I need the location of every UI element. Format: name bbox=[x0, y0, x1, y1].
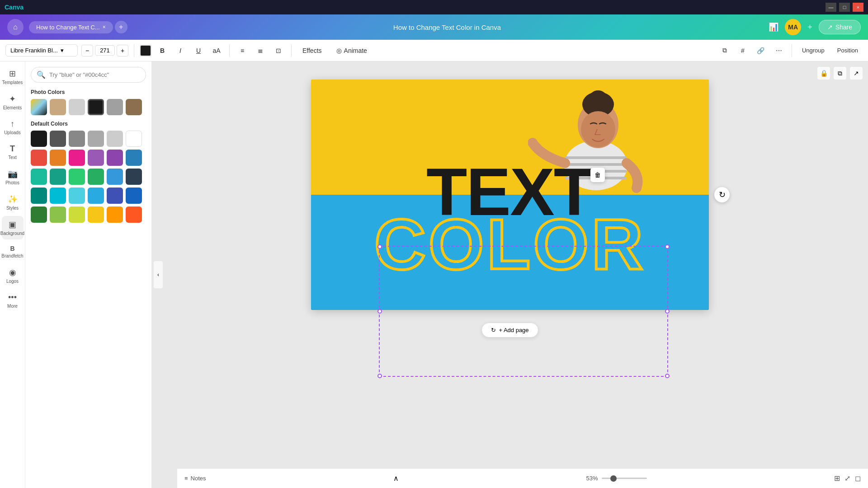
photo-color-3[interactable] bbox=[88, 99, 104, 115]
align-button[interactable]: ≡ bbox=[235, 43, 250, 58]
text-color-swatch[interactable] bbox=[140, 45, 151, 56]
default-color-navy[interactable] bbox=[126, 169, 142, 185]
nav-styles[interactable]: ✨ Styles bbox=[2, 191, 24, 214]
canvas-edge-icons: 🔒 ⧉ ↗ bbox=[817, 67, 863, 80]
nav-text[interactable]: T Text bbox=[2, 141, 24, 164]
fullscreen-icon[interactable]: ⤢ bbox=[844, 474, 850, 483]
collapse-button[interactable]: ∧ bbox=[393, 474, 399, 483]
delete-button[interactable]: 🗑 bbox=[590, 168, 605, 182]
default-color-yellow-green[interactable] bbox=[69, 206, 85, 223]
default-color-lime[interactable] bbox=[50, 206, 66, 223]
share-button[interactable]: ↗ Share bbox=[819, 20, 861, 34]
case-toggle-button[interactable]: aA bbox=[209, 43, 224, 58]
layers-icon[interactable]: ⧉ bbox=[717, 43, 732, 58]
tab-close-icon[interactable]: × bbox=[103, 24, 106, 30]
default-colors-row-1 bbox=[31, 131, 146, 147]
notes-button[interactable]: ≡ Notes bbox=[184, 475, 206, 482]
photo-color-1[interactable] bbox=[50, 99, 66, 115]
analytics-icon[interactable]: 📊 bbox=[767, 20, 780, 34]
increase-font-button[interactable]: + bbox=[117, 45, 128, 56]
default-color-darkgreen[interactable] bbox=[88, 169, 104, 185]
lock-icon[interactable]: 🔒 bbox=[817, 67, 830, 80]
elements-icon: ✦ bbox=[9, 94, 16, 104]
default-color-darkteal[interactable] bbox=[50, 169, 66, 185]
default-color-black[interactable] bbox=[31, 131, 47, 147]
add-page-button[interactable]: ↻ + Add page bbox=[481, 323, 538, 338]
nav-uploads[interactable]: ↑ Uploads bbox=[2, 116, 24, 139]
canvas-nav-left[interactable]: ‹ bbox=[154, 261, 163, 288]
ungroup-button[interactable]: Ungroup bbox=[797, 45, 829, 56]
notes-label: Notes bbox=[191, 475, 206, 482]
default-color-forestgreen[interactable] bbox=[31, 206, 47, 223]
photo-color-4[interactable] bbox=[107, 99, 123, 115]
user-avatar[interactable]: MA bbox=[785, 19, 801, 35]
default-color-indigo[interactable] bbox=[107, 188, 123, 204]
elements-label: Elements bbox=[3, 105, 22, 110]
animate-button[interactable]: ◎ Animate bbox=[331, 45, 373, 56]
default-color-darkgray[interactable] bbox=[50, 131, 66, 147]
close-button[interactable]: × bbox=[853, 3, 863, 12]
minimize-button[interactable]: — bbox=[826, 3, 836, 12]
position-button[interactable]: Position bbox=[833, 45, 863, 56]
maximize-button[interactable]: □ bbox=[839, 3, 850, 12]
grid-icon[interactable]: # bbox=[736, 43, 750, 58]
default-color-pink[interactable] bbox=[69, 150, 85, 166]
default-color-white[interactable] bbox=[126, 131, 142, 147]
active-tab[interactable]: How to Change Text C... × bbox=[29, 21, 113, 33]
default-color-darkblue[interactable] bbox=[126, 188, 142, 204]
default-color-emerald[interactable] bbox=[31, 188, 47, 204]
default-color-teal[interactable] bbox=[31, 169, 47, 185]
zoom-slider[interactable] bbox=[602, 478, 647, 479]
add-collaborator-icon[interactable]: + bbox=[806, 21, 814, 34]
default-color-purple[interactable] bbox=[107, 150, 123, 166]
more-options-icon[interactable]: ⋯ bbox=[772, 43, 786, 58]
default-color-skyblue[interactable] bbox=[107, 169, 123, 185]
decrease-font-button[interactable]: − bbox=[81, 45, 93, 56]
default-color-lavender[interactable] bbox=[88, 150, 104, 166]
nav-more[interactable]: ••• More bbox=[2, 289, 24, 312]
default-color-red[interactable] bbox=[31, 150, 47, 166]
default-color-blue[interactable] bbox=[126, 150, 142, 166]
default-color-lightcyan[interactable] bbox=[69, 188, 85, 204]
nav-brandfetch[interactable]: B Brandfetch bbox=[2, 241, 24, 262]
default-color-deep-orange[interactable] bbox=[126, 206, 142, 223]
indent-button[interactable]: ⊡ bbox=[271, 43, 286, 58]
effects-button[interactable]: Effects bbox=[297, 45, 327, 56]
default-color-yellow[interactable] bbox=[88, 206, 104, 223]
link-icon[interactable]: 🔗 bbox=[754, 43, 768, 58]
color-search-input[interactable] bbox=[49, 71, 140, 78]
font-selector[interactable]: Libre Franklin Bl... ▾ bbox=[5, 44, 78, 56]
list-button[interactable]: ≣ bbox=[253, 43, 268, 58]
bold-button[interactable]: B bbox=[155, 43, 170, 58]
nav-logos[interactable]: ◉ Logos bbox=[2, 264, 24, 287]
nav-elements[interactable]: ✦ Elements bbox=[2, 90, 24, 114]
nav-background[interactable]: ▣ Background bbox=[2, 216, 24, 239]
add-page-label: + Add page bbox=[499, 327, 528, 333]
default-color-orange[interactable] bbox=[107, 206, 123, 223]
default-color-cyan[interactable] bbox=[50, 188, 66, 204]
copy-icon[interactable]: ⧉ bbox=[834, 67, 846, 80]
export-icon[interactable]: ↗ bbox=[850, 67, 863, 80]
default-color-midgray[interactable] bbox=[88, 131, 104, 147]
default-color-green[interactable] bbox=[69, 169, 85, 185]
toolbar-separator-2 bbox=[229, 44, 230, 57]
font-size-input[interactable] bbox=[95, 45, 115, 56]
default-color-canvablue[interactable] bbox=[88, 188, 104, 204]
nav-photos[interactable]: 📷 Photos bbox=[2, 165, 24, 189]
underline-button[interactable]: U bbox=[191, 43, 206, 58]
add-tab-button[interactable]: + bbox=[115, 21, 127, 33]
canvas-design[interactable]: TEXT COLOR bbox=[311, 80, 709, 310]
photo-swatch-gradient[interactable] bbox=[31, 99, 47, 115]
grid-view-icon[interactable]: ⊞ bbox=[834, 474, 840, 483]
default-color-lightgray[interactable] bbox=[107, 131, 123, 147]
photo-color-2[interactable] bbox=[69, 99, 85, 115]
photo-color-5[interactable] bbox=[126, 99, 142, 115]
home-icon: ⌂ bbox=[13, 23, 18, 31]
fit-screen-icon[interactable]: ◻ bbox=[855, 474, 861, 483]
refresh-button[interactable]: ↻ bbox=[714, 187, 730, 202]
default-color-salmon[interactable] bbox=[50, 150, 66, 166]
italic-button[interactable]: I bbox=[173, 43, 188, 58]
default-color-gray[interactable] bbox=[69, 131, 85, 147]
home-button[interactable]: ⌂ bbox=[7, 19, 24, 35]
nav-templates[interactable]: ⊞ Templates bbox=[2, 65, 24, 89]
